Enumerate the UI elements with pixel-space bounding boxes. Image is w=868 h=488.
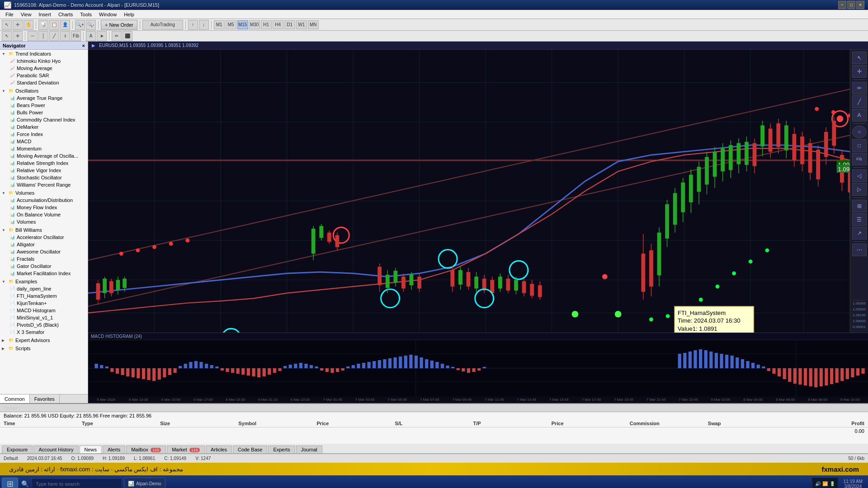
- nav-item-minisinyal[interactable]: 📄 MiniSinyal_v1_1: [0, 314, 88, 321]
- tab-journal[interactable]: Journal: [296, 446, 322, 453]
- timeframe-m30[interactable]: M30: [249, 20, 260, 29]
- nav-group-trend-header[interactable]: ▼ 📁 Trend Indicators: [0, 50, 88, 57]
- channel-btn[interactable]: ⫴: [60, 31, 70, 41]
- timeframe-m1[interactable]: M1: [214, 20, 225, 29]
- rt-fib-btn[interactable]: Fib: [852, 153, 867, 165]
- nav-item-macd[interactable]: 📊 MACD: [0, 138, 88, 145]
- menu-tools[interactable]: Tools: [76, 10, 95, 19]
- new-chart-btn[interactable]: 📊: [38, 20, 48, 30]
- rt-pointer-btn[interactable]: ↖: [852, 52, 867, 64]
- nav-item-daily-open[interactable]: 📄 daily_open_line: [0, 285, 88, 292]
- tab-alerts[interactable]: Alerts: [103, 446, 125, 453]
- taskbar-mt4-item[interactable]: 📊 Alpari-Demo: [124, 478, 165, 488]
- nav-item-acc-osc[interactable]: 📊 Accelerator Oscillator: [0, 234, 88, 241]
- tab-codebase[interactable]: Code Base: [233, 446, 267, 453]
- timeframe-mn[interactable]: MN: [308, 20, 319, 29]
- chart-main[interactable]: WaX... Copyright © 2009: [88, 50, 850, 333]
- rt-list-btn[interactable]: ☰: [852, 213, 867, 226]
- timeframe-d1[interactable]: D1: [284, 20, 295, 29]
- nav-group-examples-header[interactable]: ▼ 📁 Examples: [0, 278, 88, 285]
- nav-item-rvi[interactable]: 📊 Relative Vigor Index: [0, 167, 88, 174]
- nav-tab-common[interactable]: Common: [0, 394, 30, 403]
- rt-line-btn[interactable]: ╱: [852, 95, 867, 108]
- rt-fwd-btn[interactable]: ▷: [852, 183, 867, 196]
- rt-rect-btn[interactable]: □: [852, 139, 867, 152]
- nav-item-std-dev[interactable]: 📈 Standard Deviation: [0, 79, 88, 86]
- crosshair2-btn[interactable]: ✛: [13, 31, 23, 41]
- timeframe-w1[interactable]: W1: [296, 20, 307, 29]
- menu-window[interactable]: Window: [95, 10, 120, 19]
- zoom-out-btn[interactable]: 🔍-: [86, 20, 96, 30]
- nav-item-macd-hist[interactable]: 📄 MACD Histogram: [0, 307, 88, 314]
- draw-pencil-btn[interactable]: ✏: [112, 31, 122, 41]
- taskbar-search-input[interactable]: [32, 479, 122, 488]
- nav-item-parabolic-sar[interactable]: 📈 Parabolic SAR: [0, 72, 88, 79]
- chart-dn-btn[interactable]: ↓: [199, 20, 209, 30]
- crosshair-btn[interactable]: ✛: [13, 20, 23, 30]
- nav-item-rsi[interactable]: 📊 Relative Strength Index: [0, 160, 88, 167]
- nav-item-atr[interactable]: 📊 Average True Range: [0, 94, 88, 102]
- rt-share-btn[interactable]: ↗: [852, 227, 867, 239]
- menu-file[interactable]: File: [2, 10, 17, 19]
- nav-item-momentum[interactable]: 📊 Momentum: [0, 145, 88, 152]
- tab-exposure[interactable]: Exposure: [2, 446, 33, 453]
- nav-item-volumes[interactable]: 📊 Volumes: [0, 218, 88, 225]
- close-button[interactable]: ×: [856, 1, 864, 9]
- nav-item-fti-hama[interactable]: 📄 FTI_HamaSystem: [0, 292, 88, 300]
- nav-item-mfi[interactable]: 📊 Money Flow Index: [0, 204, 88, 211]
- arrow-tool-btn[interactable]: ↖: [2, 20, 12, 30]
- nav-item-fractals[interactable]: 📊 Fractals: [0, 255, 88, 263]
- nav-item-alligator[interactable]: 📊 Alligator: [0, 241, 88, 248]
- nav-tab-favorites[interactable]: Favorites: [30, 394, 60, 403]
- timeframe-h4[interactable]: H4: [273, 20, 283, 29]
- pan-btn[interactable]: ✋: [24, 20, 33, 30]
- nav-item-semafor[interactable]: 📄 X 3 Semafor: [0, 328, 88, 336]
- chart-up-btn[interactable]: ↑: [188, 20, 198, 30]
- nav-item-ichimoku[interactable]: 📈 Ichimoku Kinko Hyo: [0, 57, 88, 65]
- tab-news[interactable]: News: [80, 446, 102, 453]
- nav-item-obv[interactable]: 📊 On Balance Volume: [0, 211, 88, 218]
- timeframe-m5[interactable]: M5: [226, 20, 236, 29]
- nav-item-williams[interactable]: 📊 Williams' Percent Range: [0, 181, 88, 188]
- eraser-btn[interactable]: ⬛: [123, 31, 132, 41]
- hline-btn[interactable]: ─: [28, 31, 38, 41]
- rt-circle-btn[interactable]: ○: [852, 126, 867, 138]
- nav-item-demarker[interactable]: 📊 DeMarker: [0, 123, 88, 131]
- nav-group-oscillators-header[interactable]: ▼ 📁 Oscillators: [0, 87, 88, 94]
- rt-more-btn[interactable]: ⋯: [852, 244, 867, 256]
- fib-btn[interactable]: Fib: [71, 31, 81, 41]
- rt-pencil-btn[interactable]: ✏: [852, 82, 867, 94]
- tab-experts[interactable]: Experts: [268, 446, 295, 453]
- tab-articles[interactable]: Articles: [206, 446, 232, 453]
- start-button[interactable]: ⊞: [2, 478, 18, 488]
- menu-help[interactable]: Help: [120, 10, 138, 19]
- nav-item-pivots[interactable]: 📄 PivotsD_v5 (Black): [0, 321, 88, 328]
- nav-group-bill-williams-header[interactable]: ▼ 📁 Bill Williams: [0, 226, 88, 234]
- navigator-close[interactable]: ×: [82, 43, 85, 48]
- tab-mailbox[interactable]: Mailbox 115: [126, 446, 166, 453]
- nav-item-mfi-bw[interactable]: 📊 Market Facilitation Index: [0, 270, 88, 277]
- text-btn[interactable]: A: [86, 31, 96, 41]
- menu-view[interactable]: View: [17, 10, 35, 19]
- order-sort-icon[interactable]: ↕: [19, 405, 22, 411]
- rt-back-btn[interactable]: ◁: [852, 169, 867, 182]
- maximize-button[interactable]: □: [847, 1, 855, 9]
- auto-trading-btn[interactable]: AutoTrading: [142, 20, 183, 30]
- timeframe-h1[interactable]: H1: [261, 20, 272, 29]
- nav-item-stochastic[interactable]: 📊 Stochastic Oscillator: [0, 174, 88, 181]
- templates-btn[interactable]: 📋: [49, 20, 59, 30]
- nav-item-cci[interactable]: 📊 Commodity Channel Index: [0, 116, 88, 123]
- rt-text-btn[interactable]: A: [852, 109, 867, 122]
- rt-crosshair-btn[interactable]: ✛: [852, 65, 867, 78]
- tab-account-history[interactable]: Account History: [33, 446, 78, 453]
- zoom-in-btn[interactable]: 🔍+: [75, 20, 85, 30]
- timeframe-m15[interactable]: M15: [237, 20, 248, 29]
- tab-market[interactable]: Market 115: [167, 446, 205, 453]
- profiles-btn[interactable]: 👤: [60, 20, 70, 30]
- nav-group-ea-header[interactable]: ▶ 📁 Expert Advisors: [0, 337, 88, 344]
- nav-item-bulls-power[interactable]: 📊 Bulls Power: [0, 109, 88, 116]
- cursor-btn[interactable]: ↖: [2, 31, 12, 41]
- nav-item-accum[interactable]: 📊 Accumulation/Distribution: [0, 197, 88, 204]
- nav-item-bears-power[interactable]: 📊 Bears Power: [0, 102, 88, 109]
- nav-group-scripts-header[interactable]: ▶ 📁 Scripts: [0, 345, 88, 352]
